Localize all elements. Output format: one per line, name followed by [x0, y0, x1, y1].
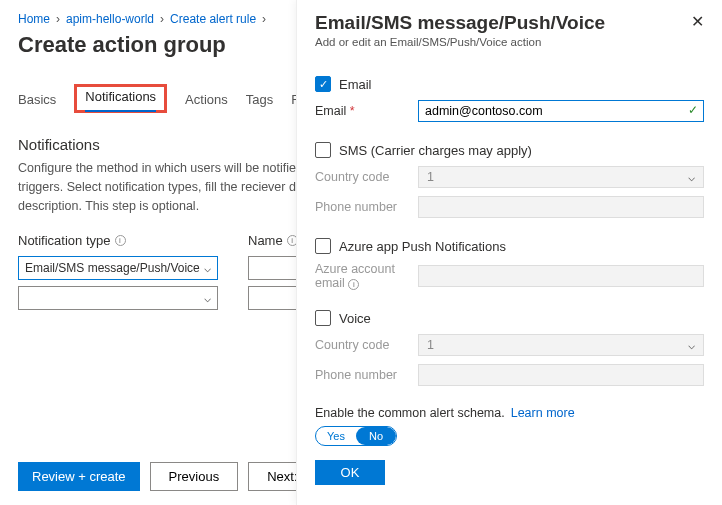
tab-basics[interactable]: Basics	[18, 88, 56, 113]
push-field-label: Azure account email i	[315, 262, 410, 290]
voice-cc-label: Country code	[315, 338, 410, 352]
toggle-no[interactable]: No	[356, 427, 396, 445]
voice-checkbox[interactable]	[315, 310, 331, 326]
sms-phone-input[interactable]	[418, 196, 704, 218]
email-field-label: Email *	[315, 104, 410, 118]
schema-text: Enable the common alert schema.	[315, 406, 505, 420]
sms-phone-label: Phone number	[315, 200, 410, 214]
voice-country-code-select[interactable]: 1	[418, 334, 704, 356]
notification-type-select[interactable]: Email/SMS message/Push/Voice	[18, 256, 218, 280]
learn-more-link[interactable]: Learn more	[511, 406, 575, 420]
breadcrumb-home[interactable]: Home	[18, 12, 50, 26]
push-email-input[interactable]	[418, 265, 704, 287]
email-checkbox[interactable]: ✓	[315, 76, 331, 92]
sms-section-label: SMS (Carrier charges may apply)	[339, 143, 532, 158]
email-section-label: Email	[339, 77, 372, 92]
toggle-yes[interactable]: Yes	[316, 427, 356, 445]
blade-panel: Email/SMS message/Push/Voice Add or edit…	[296, 0, 722, 505]
notification-type-select[interactable]	[18, 286, 218, 310]
schema-toggle[interactable]: Yes No	[315, 426, 397, 446]
tab-tags[interactable]: Tags	[246, 88, 273, 113]
sms-cc-label: Country code	[315, 170, 410, 184]
voice-phone-label: Phone number	[315, 368, 410, 382]
blade-subtitle: Add or edit an Email/SMS/Push/Voice acti…	[315, 36, 605, 48]
push-section-label: Azure app Push Notifications	[339, 239, 506, 254]
check-icon: ✓	[688, 103, 698, 117]
info-icon[interactable]: i	[348, 279, 359, 290]
tab-notifications[interactable]: Notifications	[85, 85, 156, 112]
sms-checkbox[interactable]	[315, 142, 331, 158]
push-checkbox[interactable]	[315, 238, 331, 254]
previous-button[interactable]: Previous	[150, 462, 239, 491]
breadcrumb-item[interactable]: apim-hello-world	[66, 12, 154, 26]
close-icon[interactable]: ✕	[691, 12, 704, 31]
column-header-type: Notification type i	[18, 233, 218, 248]
voice-section-label: Voice	[339, 311, 371, 326]
highlight-ring: Notifications	[74, 84, 167, 113]
sms-country-code-select[interactable]: 1	[418, 166, 704, 188]
review-create-button[interactable]: Review + create	[18, 462, 140, 491]
blade-title: Email/SMS message/Push/Voice	[315, 12, 605, 34]
breadcrumb-item[interactable]: Create alert rule	[170, 12, 256, 26]
voice-phone-input[interactable]	[418, 364, 704, 386]
email-input[interactable]	[418, 100, 704, 122]
tab-actions[interactable]: Actions	[185, 88, 228, 113]
ok-button[interactable]: OK	[315, 460, 385, 485]
info-icon[interactable]: i	[115, 235, 126, 246]
